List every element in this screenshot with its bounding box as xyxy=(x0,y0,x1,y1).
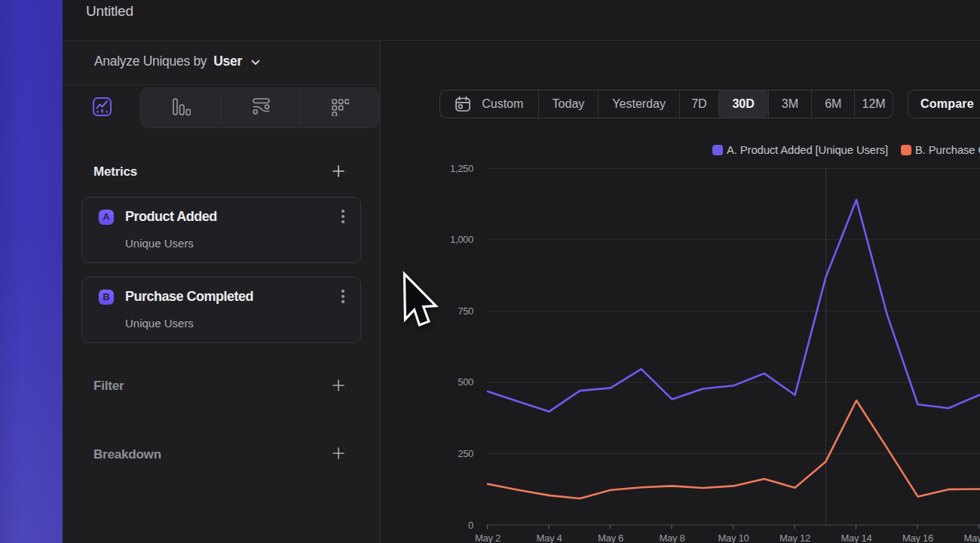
svg-text:May 10: May 10 xyxy=(718,532,749,543)
svg-text:May 12: May 12 xyxy=(779,532,810,543)
svg-text:May 14: May 14 xyxy=(841,532,872,543)
svg-text:1,250: 1,250 xyxy=(450,163,473,174)
svg-text:May 2: May 2 xyxy=(475,532,501,543)
svg-text:May 4: May 4 xyxy=(537,532,562,543)
svg-text:500: 500 xyxy=(458,376,473,388)
svg-text:1,000: 1,000 xyxy=(450,234,473,245)
svg-text:May 8: May 8 xyxy=(660,532,685,543)
svg-text:May 16: May 16 xyxy=(902,532,933,543)
svg-text:0: 0 xyxy=(468,520,473,531)
svg-text:750: 750 xyxy=(458,305,473,317)
svg-text:250: 250 xyxy=(458,448,473,459)
svg-text:May 6: May 6 xyxy=(598,532,623,543)
svg-text:May 18: May 18 xyxy=(964,532,980,543)
